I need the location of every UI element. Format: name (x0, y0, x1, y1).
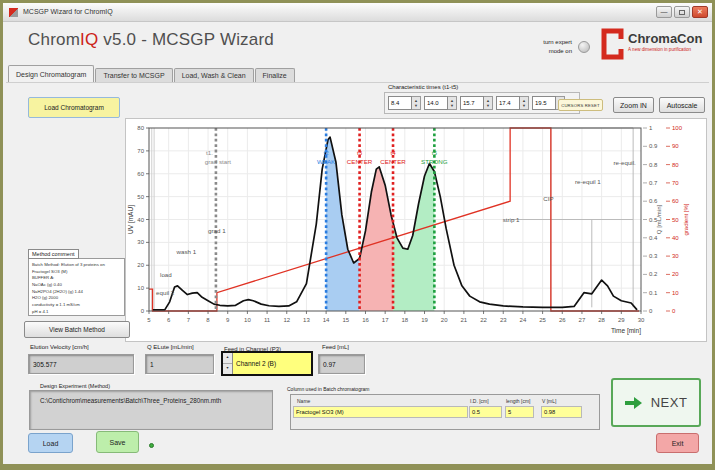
cursors-reset-button[interactable]: CURSORS RESET (558, 99, 603, 111)
svg-text:WEAK: WEAK (317, 158, 336, 165)
spinner-arrows[interactable]: ▲▼ (448, 96, 457, 110)
svg-text:12: 12 (283, 317, 290, 323)
table-cell[interactable]: 0.98 (541, 406, 582, 418)
zoom-in-button[interactable]: Zoom IN (613, 97, 654, 113)
tab-finalize[interactable]: Finalize (255, 68, 295, 82)
characteristic-time-field[interactable]: 14.0▲▼ (424, 96, 457, 110)
svg-text:10: 10 (137, 285, 144, 291)
svg-text:8: 8 (206, 317, 210, 323)
minimize-button[interactable]: — (656, 6, 672, 18)
svg-text:9: 9 (226, 317, 230, 323)
svg-text:25: 25 (539, 317, 546, 323)
svg-text:t3: t3 (357, 149, 363, 156)
title-bar[interactable]: MCSGP Wizard for ChromIQ — ✕ (3, 3, 712, 22)
svg-text:20: 20 (441, 317, 448, 323)
method-comment-label: Method comment (28, 249, 79, 259)
svg-text:t4: t4 (390, 149, 396, 156)
next-arrow-icon (625, 395, 643, 411)
svg-text:16: 16 (362, 317, 369, 323)
maximize-icon (679, 10, 685, 15)
svg-text:15: 15 (342, 317, 349, 323)
exit-button[interactable]: Exit (656, 433, 699, 453)
q-elute-field[interactable]: 1 (145, 354, 214, 374)
view-batch-method-button[interactable]: View Batch Method (24, 321, 130, 338)
svg-text:t1.: t1. (206, 149, 213, 156)
q-elute-label: Q ELute [mL/min] (147, 344, 194, 350)
autoscale-button[interactable]: Autoscale (659, 97, 705, 113)
expert-mode-toggle[interactable] (578, 41, 590, 53)
svg-text:CENTER: CENTER (380, 158, 406, 165)
svg-text:26: 26 (559, 317, 566, 323)
characteristic-time-field[interactable]: 17.4▲▼ (496, 96, 529, 110)
tab-divider (6, 82, 709, 83)
elution-velocity-label: Elution Velocity [cm/h] (30, 344, 89, 350)
elution-velocity-field[interactable]: 305.577 (28, 354, 134, 374)
svg-text:1: 1 (649, 125, 653, 131)
svg-text:0.8: 0.8 (649, 162, 658, 168)
svg-text:0: 0 (672, 308, 676, 314)
design-experiment-path[interactable]: C:\Contichrom\measurements\Batch\Three_P… (29, 390, 273, 430)
characteristic-time-field[interactable]: 8.4▲▼ (388, 96, 421, 110)
table-cell[interactable]: 0.5 (469, 406, 502, 418)
table-header: Name (297, 398, 310, 404)
table-header: V [mL] (542, 398, 556, 404)
characteristic-time-field[interactable]: 15.7▲▼ (460, 96, 493, 110)
svg-text:100: 100 (672, 125, 683, 131)
svg-text:7: 7 (187, 317, 191, 323)
spinner-arrows[interactable]: ▲▼ (223, 353, 233, 374)
chromacon-logo-text: ChromaCon (628, 31, 702, 46)
svg-text:20: 20 (137, 262, 144, 268)
maximize-button[interactable] (674, 6, 690, 18)
svg-text:10: 10 (244, 317, 251, 323)
table-cell[interactable]: Fractogel SO3 (M) (293, 406, 468, 418)
svg-text:0.3: 0.3 (649, 253, 658, 259)
svg-text:0.1: 0.1 (649, 290, 658, 296)
svg-text:30: 30 (137, 239, 144, 245)
load-button[interactable]: Load (28, 433, 73, 453)
svg-text:CIP: CIP (543, 195, 553, 202)
svg-text:load: load (160, 271, 172, 278)
chromacon-tagline: A new dimension in purification (628, 47, 691, 52)
svg-text:wash 1: wash 1 (176, 248, 197, 255)
svg-text:6: 6 (167, 317, 171, 323)
svg-text:CENTER: CENTER (347, 158, 373, 165)
spinner-arrows[interactable]: ▲▼ (484, 96, 493, 110)
close-button[interactable]: ✕ (692, 6, 708, 18)
svg-text:5: 5 (147, 317, 151, 323)
table-header: length [cm] (506, 398, 530, 404)
feed-field[interactable]: 0.97 (318, 354, 365, 374)
svg-text:24: 24 (520, 317, 527, 323)
characteristic-times-group: 8.4▲▼14.0▲▼15.7▲▼17.4▲▼19.5▲▼ (384, 92, 580, 114)
svg-text:60: 60 (672, 198, 679, 204)
svg-text:t2: t2 (324, 149, 330, 156)
svg-text:strip 1: strip 1 (503, 216, 520, 223)
svg-text:70: 70 (672, 180, 679, 186)
window-title: MCSGP Wizard for ChromIQ (23, 8, 113, 15)
table-cell[interactable]: 5 (505, 406, 534, 418)
chromacon-logo-icon (600, 27, 624, 61)
status-led (149, 443, 154, 448)
svg-text:21: 21 (461, 317, 468, 323)
spinner-arrows[interactable]: ▲▼ (412, 96, 421, 110)
svg-text:Time [min]: Time [min] (611, 327, 641, 335)
tab-transfer-to-mcsgp[interactable]: Transfer to MCSGP (95, 68, 172, 82)
svg-text:UV [mAU]: UV [mAU] (127, 205, 135, 234)
svg-text:0.7: 0.7 (649, 180, 658, 186)
svg-text:10: 10 (672, 290, 679, 296)
svg-text:30: 30 (672, 253, 679, 259)
svg-text:23: 23 (500, 317, 507, 323)
tab-load-wash-clean[interactable]: Load, Wash & Clean (174, 68, 254, 82)
load-chromatogram-button[interactable]: Load Chromatogram (28, 97, 120, 118)
chromatogram-chart[interactable]: t1.grad startt2WEAKt3CENTERt4CENTERt5STR… (125, 118, 707, 342)
svg-text:70: 70 (137, 148, 144, 154)
svg-text:19: 19 (421, 317, 428, 323)
design-experiment-label: Design Experiment (Method) (40, 383, 110, 389)
save-button[interactable]: Save (96, 431, 139, 453)
svg-text:27: 27 (579, 317, 586, 323)
spinner-arrows[interactable]: ▲▼ (520, 96, 529, 110)
feed-channel-select[interactable]: ▲▼ Channel 2 (B) (221, 351, 313, 376)
next-button[interactable]: NEXT (611, 378, 701, 427)
tab-design-chromatogram[interactable]: Design Chromatogram (8, 65, 94, 82)
svg-text:40: 40 (137, 217, 144, 223)
method-comment-text[interactable]: Batch Method: Elution of 3 proteins on F… (28, 258, 125, 316)
